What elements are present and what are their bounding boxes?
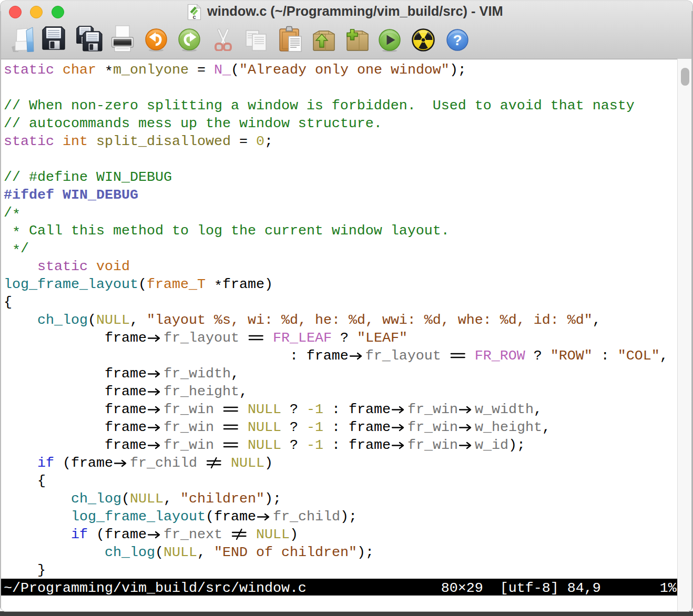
svg-text:c: c: [192, 14, 196, 20]
svg-text:?: ?: [453, 32, 462, 48]
